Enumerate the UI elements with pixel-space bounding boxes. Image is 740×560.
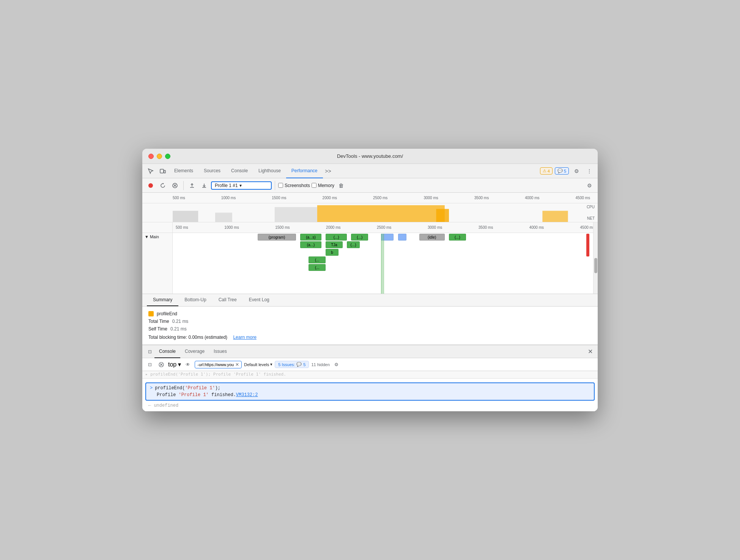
upload-button[interactable] xyxy=(187,180,197,191)
more-tabs-icon[interactable]: >> xyxy=(323,166,334,176)
vm-link[interactable]: VM3132:2 xyxy=(236,392,258,398)
console-drawer: ⊡ Console Coverage Issues ✕ ⊡ xyxy=(142,345,598,411)
record-button[interactable] xyxy=(145,180,156,191)
info-count: 5 xyxy=(564,169,566,173)
minimize-button[interactable] xyxy=(157,154,162,159)
performance-settings-icon[interactable]: ⚙ xyxy=(584,180,595,191)
scrollbar-thumb[interactable] xyxy=(594,258,597,273)
console-line-2: Profile 'Profile 1' finished. VM3132:2 xyxy=(150,392,258,398)
toolbar-right: ⚙ xyxy=(584,180,595,191)
warning-badge[interactable]: ⚠ 4 xyxy=(540,167,553,175)
download-button[interactable] xyxy=(199,180,209,191)
reload-button[interactable] xyxy=(157,180,168,191)
tab-elements[interactable]: Elements xyxy=(169,164,198,178)
dropdown-arrow-icon: ▾ xyxy=(239,183,242,188)
console-clear-icon[interactable] xyxy=(157,360,166,369)
drawer-close-button[interactable]: ✕ xyxy=(586,347,595,356)
learn-more-link[interactable]: Learn more xyxy=(233,335,256,340)
window-title: DevTools - www.youtube.com/ xyxy=(337,153,403,159)
memory-toggle[interactable]: Memory xyxy=(312,183,334,188)
flame-block-a2[interactable]: (a...) xyxy=(300,241,321,248)
maximize-button[interactable] xyxy=(165,154,170,159)
tab-event-log[interactable]: Event Log xyxy=(243,294,276,306)
flame-chart[interactable]: (program) (a...s) (...) (...) (idle) (..… xyxy=(173,233,598,294)
drawer-tab-console[interactable]: Console xyxy=(154,345,180,358)
ruler-ticks-top: 500 ms 1000 ms 1500 ms 2000 ms 2500 ms 3… xyxy=(173,196,598,200)
console-arrow-icon: > xyxy=(150,385,153,391)
issues-badge[interactable]: 5 Issues: 💬 5 xyxy=(275,361,309,368)
cpu-net-chart[interactable]: CPU NET xyxy=(142,203,598,222)
info-badge[interactable]: 💬 5 xyxy=(555,167,569,175)
drawer-tab-coverage[interactable]: Coverage xyxy=(180,345,209,358)
svg-point-2 xyxy=(148,183,153,188)
toolbar-divider-1 xyxy=(183,181,184,190)
tbt-label: Total blocking time: 0.00ms (estimated) xyxy=(148,335,227,340)
filter-clear-icon[interactable]: ✕ xyxy=(235,362,239,367)
flame-block-dots5[interactable]: (... xyxy=(309,256,326,263)
eye-filter-icon[interactable]: 👁 xyxy=(183,360,192,369)
screenshots-toggle[interactable]: Screenshots xyxy=(278,183,310,188)
timeline-right[interactable]: 500 ms1000 ms1500 ms2000 ms2500 ms3000 m… xyxy=(173,222,598,294)
console-sidebar-icon[interactable]: ⊡ xyxy=(145,360,154,369)
console-settings-icon[interactable]: ⚙ xyxy=(332,360,341,369)
issues-icon: 💬 xyxy=(296,362,302,367)
devtools-body: Elements Sources Console Lighthouse Perf… xyxy=(142,164,598,411)
delete-button[interactable]: 🗑 xyxy=(336,180,346,191)
tab-console[interactable]: Console xyxy=(226,164,253,178)
flame-block-dots6[interactable]: (... xyxy=(309,264,326,271)
flame-block-idle[interactable]: (idle) xyxy=(419,234,445,241)
close-button[interactable] xyxy=(148,154,154,159)
svg-rect-10 xyxy=(275,207,317,222)
clear-button[interactable] xyxy=(170,180,180,191)
drawer-tab-issues[interactable]: Issues xyxy=(209,345,231,358)
vertical-scrollbar[interactable] xyxy=(593,222,598,294)
flame-block-program[interactable]: (program) xyxy=(258,234,296,241)
timeline-left-labels: ▼ Main xyxy=(142,222,173,294)
flame-block-b[interactable]: b xyxy=(326,249,339,256)
flame-block-dots3[interactable]: (...) xyxy=(449,234,466,241)
drawer-tabs: ⊡ Console Coverage Issues ✕ xyxy=(142,345,598,358)
more-options-icon[interactable]: ⋮ xyxy=(584,166,595,176)
context-label: top xyxy=(168,361,176,368)
flame-block-dots2[interactable]: (...) xyxy=(351,234,368,241)
warning-icon: ⚠ xyxy=(543,168,546,173)
info-icon: 💬 xyxy=(557,168,563,173)
summary-tabs: Summary Bottom-Up Call Tree Event Log xyxy=(142,294,598,307)
tab-bar-left-icons xyxy=(145,166,168,176)
warning-count: 4 xyxy=(548,169,550,173)
memory-label: Memory xyxy=(318,183,334,188)
profile-end-icon xyxy=(148,311,154,316)
profile-selector[interactable]: Profile 1 #1 ▾ xyxy=(211,181,272,190)
main-tabs: Elements Sources Console Lighthouse Perf… xyxy=(169,164,539,178)
console-filter-input[interactable]: -url:https://www.you ✕ xyxy=(195,361,242,368)
inspect-element-icon[interactable] xyxy=(145,166,156,176)
flame-block-dots1[interactable]: (...) xyxy=(326,234,347,241)
tab-lighthouse[interactable]: Lighthouse xyxy=(253,164,286,178)
tab-summary[interactable]: Summary xyxy=(147,294,178,306)
settings-icon[interactable]: ⚙ xyxy=(571,166,582,176)
self-time-row: Self Time 0.21 ms xyxy=(148,326,592,332)
console-highlighted-block: > profileEnd('Profile 1'); Profile 'Prof… xyxy=(145,382,595,401)
tab-performance[interactable]: Performance xyxy=(286,164,323,178)
console-prev-line: ▸ profileEnd('Profile 1'); Profile 'Prof… xyxy=(142,371,598,379)
svg-rect-0 xyxy=(160,169,164,173)
screenshots-checkbox[interactable] xyxy=(278,183,283,188)
tab-sources[interactable]: Sources xyxy=(198,164,226,178)
drawer-sidebar-icon[interactable]: ⊡ xyxy=(145,347,154,356)
issues-count: 5 xyxy=(303,362,305,367)
flame-block-tja[interactable]: TJa xyxy=(326,241,343,248)
console-output: > profileEnd('Profile 1'); Profile 'Prof… xyxy=(142,379,598,411)
tab-call-tree[interactable]: Call Tree xyxy=(213,294,243,306)
flame-block-dots4[interactable]: (...) xyxy=(347,241,360,248)
svg-rect-9 xyxy=(215,213,232,222)
profile-name: Profile 1 #1 xyxy=(215,183,238,188)
flame-block-as[interactable]: (a...s) xyxy=(300,234,321,241)
svg-rect-1 xyxy=(164,170,165,173)
memory-checkbox[interactable] xyxy=(312,183,316,188)
summary-content: profileEnd Total Time 0.21 ms Self Time … xyxy=(142,307,598,345)
context-selector[interactable]: top ▾ xyxy=(168,361,181,368)
tab-bottom-up[interactable]: Bottom-Up xyxy=(178,294,212,306)
device-toolbar-icon[interactable] xyxy=(157,166,168,176)
levels-arrow-icon: ▾ xyxy=(270,362,272,367)
log-levels-selector[interactable]: Default levels ▾ xyxy=(244,362,272,367)
